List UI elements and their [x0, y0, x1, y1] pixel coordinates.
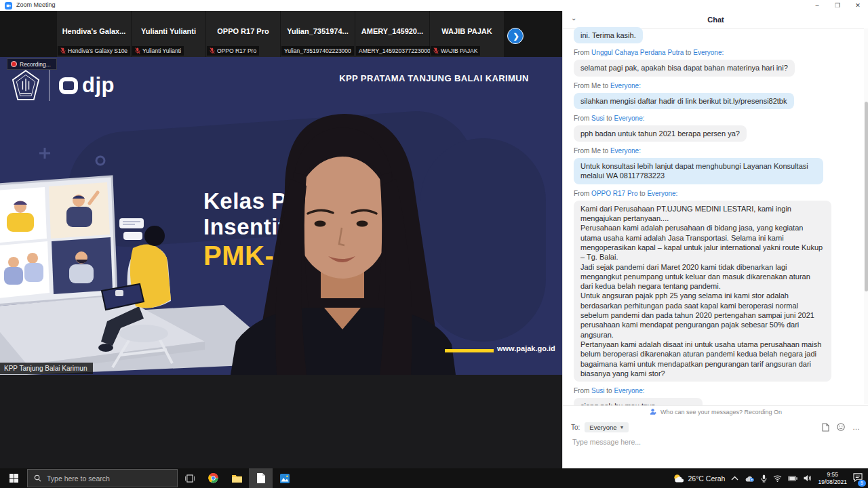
action-center-button[interactable]: 5 [853, 472, 863, 485]
participant-tile[interactable]: Yulian_7351974...Yulian_735197402223000 [281, 11, 355, 57]
chevron-down-icon: ▼ [619, 425, 624, 430]
photos-app-button[interactable] [273, 468, 296, 488]
chat-sender-name: Me [591, 82, 601, 89]
participant-display-name: WAJIB PAJAK [430, 27, 504, 35]
participant-label-text: Hendiva's Galaxy S10e [68, 47, 127, 54]
person-icon [650, 408, 657, 415]
chat-message-header: From OPPO R17 Pro to Everyone: [574, 190, 848, 197]
chat-message-header: From Me to Everyone: [574, 82, 848, 89]
file-explorer-button[interactable] [225, 468, 249, 488]
chat-sender-name: Susi [591, 115, 604, 122]
chat-recipient-name: Everyone: [614, 387, 644, 394]
participant-display-name: OPPO R17 Pro [206, 27, 280, 35]
speaker-video [0, 57, 562, 375]
participant-tile[interactable]: Yulianti YuliantiYulianti Yulianti [132, 11, 206, 57]
chat-message-bubble: ini. Terima kasih. [574, 27, 643, 43]
participant-display-name: Yulianti Yulianti [132, 27, 205, 35]
chat-message-bubble: selamat pagi pak, apakah bisa dapat baha… [574, 60, 795, 76]
maximize-button[interactable]: ❐ [827, 0, 848, 11]
document-app-button[interactable] [249, 468, 273, 488]
emoji-icon[interactable] [837, 423, 845, 431]
participant-tile[interactable]: Hendiva's Galax...Hendiva's Galaxy S10e [57, 11, 132, 57]
participant-display-name: AMERY_145920... [355, 27, 429, 35]
chat-recipient-name: Everyone: [647, 190, 677, 197]
more-options-icon[interactable]: … [852, 423, 861, 431]
chat-message-bubble: Kami dari Perusahaan PT.UJUNG MEDINI LES… [574, 201, 831, 382]
attach-file-icon[interactable] [822, 423, 829, 432]
participant-tile[interactable]: AMERY_145920...AMERY_145920377223000 [355, 11, 430, 57]
search-icon [34, 474, 41, 482]
photos-icon [280, 474, 290, 483]
video-letterbox [0, 375, 562, 468]
weather-widget[interactable]: 26°C Cerah [673, 474, 725, 483]
next-participants-button[interactable]: ❯ [507, 28, 524, 44]
participant-label: Yulian_735197402223000 [281, 46, 354, 56]
chat-scrollbar-thumb[interactable] [865, 102, 868, 291]
djp-logo-text: djp [82, 73, 115, 98]
chat-message-header: From Susi to Everyone: [574, 387, 848, 394]
muted-mic-icon [60, 47, 66, 54]
participant-display-name: Yulian_7351974... [281, 27, 355, 35]
djp-logo: djp [59, 73, 115, 98]
title-bar: Zoom Meeting – ❐ ✕ [0, 0, 868, 11]
slide-logos: djp [12, 69, 115, 102]
taskbar: Type here to search [0, 468, 868, 488]
minimize-button[interactable]: – [807, 0, 827, 11]
participant-label: Hendiva's Galaxy S10e [58, 46, 130, 56]
chat-header: ⌄ Chat [563, 11, 868, 29]
muted-mic-icon [433, 47, 439, 54]
slide-website: www.pajak.go.id [497, 344, 555, 352]
kemenkeu-logo-icon [12, 69, 39, 102]
website-dash [445, 349, 494, 352]
chat-sender-name: Susi [591, 387, 604, 394]
speaker-nameplate: KPP Tanjung Balai Karimun [0, 363, 93, 374]
wifi-icon[interactable] [773, 475, 782, 482]
close-button[interactable]: ✕ [848, 0, 868, 11]
chat-recipient-name: Everyone: [610, 82, 641, 89]
taskbar-search[interactable]: Type here to search [27, 469, 178, 487]
microphone-icon[interactable] [761, 474, 767, 483]
chat-recipient-row: To: Everyone ▼ … [571, 421, 861, 433]
to-label: To: [571, 424, 580, 431]
system-tray: 26°C Cerah [673, 471, 868, 485]
chrome-button[interactable] [201, 468, 225, 488]
participant-label-text: OPPO R17 Pro [217, 47, 256, 54]
start-button[interactable] [0, 468, 27, 488]
message-input[interactable]: Type message here... [572, 438, 641, 446]
chat-message-bubble: silahkan mengisi daftar hadir di link be… [574, 93, 794, 109]
participant-label-text: Yulian_735197402223000 [284, 47, 351, 54]
recipient-dropdown[interactable]: Everyone ▼ [585, 422, 629, 432]
tray-expand-chevron-icon[interactable] [731, 476, 738, 481]
chat-message-bubble: pph badan untuk tahun 2021 berapa persen… [574, 125, 747, 142]
participant-strip: ❯ Hendiva's Galax...Hendiva's Galaxy S10… [0, 11, 562, 57]
chat-privacy-status[interactable]: Who can see your messages? Recording On [563, 405, 868, 418]
chrome-icon [208, 473, 218, 483]
chat-message-bubble: Untuk konsultasi lebih lanjut dapat meng… [574, 158, 823, 184]
chat-scrollbar[interactable] [864, 28, 868, 404]
task-view-button[interactable] [178, 468, 201, 488]
recipient-value: Everyone [589, 424, 616, 431]
search-placeholder: Type here to search [47, 474, 110, 483]
zoom-app-icon [5, 2, 12, 9]
participant-label: AMERY_145920377223000 [356, 46, 433, 56]
battery-icon[interactable] [788, 476, 797, 481]
muted-mic-icon [135, 47, 140, 54]
chat-sender-name: Me [591, 147, 601, 155]
participant-label: OPPO R17 Pro [207, 46, 259, 56]
recording-label: Recording... [20, 61, 51, 68]
main-video: Kelas Pajak Online Insentif PMK-9/2021 [0, 57, 562, 375]
participant-tile[interactable]: OPPO R17 ProOPPO R17 Pro [206, 11, 281, 57]
slide-org-header: KPP PRATAMA TANJUNG BALAI KARIMUN [319, 73, 549, 83]
document-icon [257, 473, 265, 483]
speaker-icon[interactable] [804, 474, 812, 482]
chat-message-list[interactable]: ini. Terima kasih.From Unggul Cahaya Per… [563, 27, 868, 405]
chat-message-header: From Susi to Everyone: [574, 115, 848, 122]
participant-label-text: Yulianti Yulianti [142, 47, 181, 54]
chat-sender-name: OPPO R17 Pro [591, 190, 637, 197]
djp-logo-icon [59, 77, 78, 94]
participant-tile[interactable]: WAJIB PAJAKWAJIB PAJAK [430, 11, 505, 57]
participant-label-text: AMERY_145920377223000 [359, 47, 431, 54]
taskbar-clock[interactable]: 9:55 19/08/2021 [818, 471, 847, 485]
onedrive-icon[interactable] [745, 475, 755, 482]
chat-panel: ⌄ Chat ini. Terima kasih.From Unggul Cah… [562, 11, 868, 468]
